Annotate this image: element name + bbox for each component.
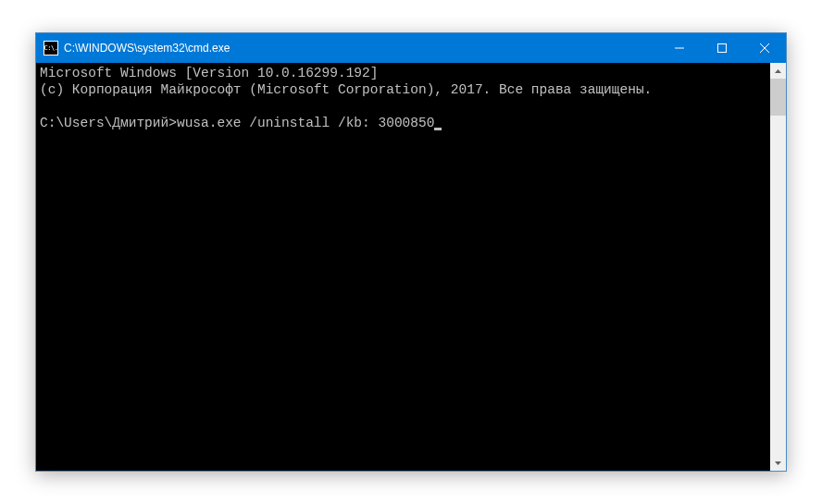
chevron-down-icon — [775, 461, 781, 465]
scroll-down-button[interactable] — [770, 455, 786, 471]
scroll-up-button[interactable] — [770, 63, 786, 79]
scroll-track[interactable] — [770, 79, 786, 455]
command-input[interactable]: wusa.exe /uninstall /kb: 3000850 — [177, 116, 434, 130]
cmd-icon: C:\. — [44, 41, 58, 55]
svg-rect-0 — [718, 44, 727, 53]
close-icon — [760, 43, 769, 53]
window-title: C:\WINDOWS\system32\cmd.exe — [64, 42, 658, 55]
copyright-line: (c) Корпорация Майкрософт (Microsoft Cor… — [40, 82, 652, 97]
version-line: Microsoft Windows [Version 10.0.16299.19… — [40, 66, 378, 80]
cursor — [434, 128, 442, 130]
minimize-button[interactable] — [658, 33, 701, 63]
console-output[interactable]: Microsoft Windows [Version 10.0.16299.19… — [36, 63, 770, 471]
prompt: C:\Users\Дмитрий> — [40, 116, 177, 130]
vertical-scrollbar[interactable] — [770, 63, 786, 471]
scroll-thumb[interactable] — [770, 79, 786, 116]
console-area: Microsoft Windows [Version 10.0.16299.19… — [36, 63, 786, 471]
maximize-button[interactable] — [701, 33, 743, 63]
cmd-window: C:\. C:\WINDOWS\system32\cmd.exe Microso… — [35, 32, 787, 472]
titlebar[interactable]: C:\. C:\WINDOWS\system32\cmd.exe — [36, 33, 786, 63]
maximize-icon — [717, 43, 727, 53]
chevron-up-icon — [775, 69, 781, 73]
window-controls — [658, 33, 786, 63]
minimize-icon — [675, 43, 684, 53]
close-button[interactable] — [743, 33, 786, 63]
